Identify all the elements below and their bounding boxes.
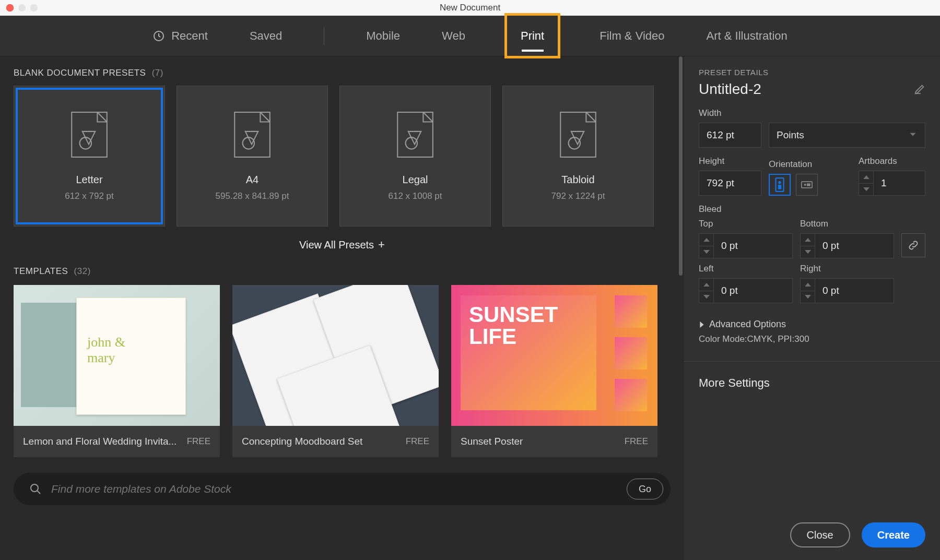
bleed-left-label: Left [699,264,793,274]
page-icon [66,111,113,158]
chevron-down-icon [908,129,918,141]
category-tabs: Recent Saved Mobile Web Print Film & Vid… [0,16,940,56]
preset-a4[interactable]: A4 595.28 x 841.89 pt [177,86,328,227]
preset-dim: 595.28 x 841.89 pt [216,191,289,201]
artboards-label: Artboards [859,156,925,166]
templates-header-text: TEMPLATES [14,266,68,276]
orientation-label: Orientation [769,159,818,170]
bleed-bottom-input[interactable]: 0 pt [815,233,894,258]
tab-label: Web [442,29,465,43]
template-price: FREE [625,436,648,447]
template-price: FREE [187,436,210,447]
edit-name-icon[interactable] [914,84,925,95]
presets-row: Letter 612 x 792 pt A4 595.28 x 841.89 p… [14,86,671,227]
template-thumb: john & mary [14,285,220,426]
template-card[interactable]: Concepting Moodboard Set FREE [232,285,439,457]
svg-rect-3 [234,112,270,157]
tab-film-video[interactable]: Film & Video [600,16,664,56]
preset-tabloid[interactable]: Tabloid 792 x 1224 pt [502,86,654,227]
tab-label: Mobile [366,29,400,43]
close-button[interactable]: Close [790,522,850,547]
height-input[interactable]: 792 pt [699,171,761,196]
svg-rect-1 [72,112,107,157]
units-select[interactable]: Points [769,123,925,148]
stock-search-input[interactable] [51,483,617,495]
preset-dim: 612 x 1008 pt [388,191,442,201]
plus-icon: + [378,238,385,251]
color-mode-line: Color Mode:CMYK, PPI:300 [699,334,925,344]
dialog-buttons: Close Create [699,522,925,547]
template-card[interactable]: john & mary Lemon and Floral Wedding Inv… [14,285,220,457]
tab-print[interactable]: Print [507,16,558,56]
preset-name: A4 [246,174,258,186]
stock-go-button[interactable]: Go [627,479,663,499]
page-icon [555,111,602,158]
orientation-landscape[interactable] [796,174,818,196]
svg-rect-5 [397,112,433,157]
bleed-top-input[interactable]: 0 pt [713,233,793,258]
bleed-right-input[interactable]: 0 pt [815,278,894,303]
tab-label: Recent [171,29,208,43]
details-header: PRESET DETAILS [699,68,925,77]
page-icon [229,111,276,158]
step-down[interactable] [859,184,873,196]
preset-details-panel: PRESET DETAILS Untitled-2 Width 612 pt P… [684,56,940,560]
tab-label: Print [521,29,544,43]
search-icon [29,483,42,495]
template-name: Sunset Poster [461,436,523,447]
tab-saved[interactable]: Saved [250,16,282,56]
more-settings[interactable]: More Settings [699,376,925,390]
tab-web[interactable]: Web [442,16,465,56]
preset-name: Letter [76,174,102,186]
tab-label: Saved [250,29,282,43]
window-title: New Document [0,3,940,13]
bleed-top-stepper[interactable] [699,233,713,258]
bleed-left-stepper[interactable] [699,278,713,303]
width-input[interactable]: 612 pt [699,123,761,148]
template-card[interactable]: SUNSET LIFE Sunset Poster FREE [451,285,657,457]
template-price: FREE [406,436,429,447]
orientation-portrait[interactable] [769,174,791,196]
stock-search: Go [14,473,671,505]
bleed-left-input[interactable]: 0 pt [713,278,793,303]
left-panel: BLANK DOCUMENT PRESETS (7) Letter 612 x … [0,56,684,560]
link-bleed-icon[interactable] [901,233,925,257]
preset-name: Legal [403,174,428,186]
svg-rect-12 [778,185,781,189]
presets-header: BLANK DOCUMENT PRESETS (7) [14,68,671,78]
bleed-top-label: Top [699,219,793,229]
tab-label: Art & Illustration [707,29,788,43]
tab-art-illustration[interactable]: Art & Illustration [707,16,788,56]
preset-dim: 792 x 1224 pt [551,191,605,201]
templates-header: TEMPLATES (32) [14,266,671,277]
tab-separator [324,27,324,45]
view-all-presets[interactable]: View All Presets+ [14,238,671,252]
template-name: Concepting Moodboard Set [242,436,362,447]
create-button[interactable]: Create [862,522,925,547]
thumb-text: john & mary [87,335,125,366]
bleed-label: Bleed [699,204,925,215]
templates-row: john & mary Lemon and Floral Wedding Inv… [14,285,671,457]
preset-letter[interactable]: Letter 612 x 792 pt [14,86,165,227]
scrollbar[interactable] [679,56,683,276]
preset-dim: 612 x 792 pt [65,191,114,201]
width-label: Width [699,108,925,118]
advanced-options-toggle[interactable]: Advanced Options [699,319,925,330]
artboards-input[interactable]: 1 [873,171,925,196]
svg-rect-15 [807,183,810,186]
template-thumb [232,285,439,426]
bleed-right-stepper[interactable] [800,278,815,303]
view-all-label: View All Presets [299,239,374,251]
document-name[interactable]: Untitled-2 [699,81,909,98]
advanced-label: Advanced Options [709,319,786,330]
preset-legal[interactable]: Legal 612 x 1008 pt [339,86,491,227]
page-icon [392,111,439,158]
tab-recent[interactable]: Recent [152,16,208,56]
tab-mobile[interactable]: Mobile [366,16,400,56]
tab-label: Film & Video [600,29,664,43]
bleed-bottom-stepper[interactable] [800,233,815,258]
artboards-stepper[interactable] [859,171,873,196]
step-up[interactable] [859,171,873,184]
units-value: Points [777,129,804,141]
template-name: Lemon and Floral Wedding Invita... [23,436,177,447]
